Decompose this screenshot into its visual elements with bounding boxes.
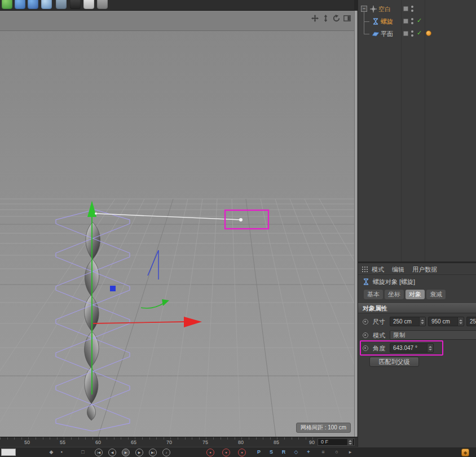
object-title: 螺旋对象 [螺旋] [373,278,415,286]
attribute-menu-bar: 模式 编辑 用户数据 [358,263,476,275]
x-axis-arrow[interactable] [184,317,202,327]
object-label[interactable]: 螺旋 [381,17,393,26]
ground-grid [0,199,354,437]
angle-field[interactable]: 643.047 ° [390,343,434,353]
undo-icon[interactable] [2,0,12,9]
mode-dropdown[interactable]: 限制 [390,330,476,340]
layout-icon[interactable]: ◆ [461,449,469,456]
keyframe-ring-icon[interactable] [363,319,368,325]
previous-frame-icon[interactable]: ◀ [108,449,116,456]
layer-chip-icon[interactable] [403,31,408,36]
object-label[interactable]: 空白 [378,5,391,14]
object-label[interactable]: 平面 [381,30,393,38]
timeline-value-field[interactable] [1,449,16,456]
grid-spacing-badge: 网格间距 : 100 cm [296,423,351,433]
viewport-scene[interactable] [0,11,354,437]
marker-icon[interactable]: ◆ [47,449,55,456]
timeline-ruler[interactable]: 50 55 60 65 70 75 80 85 90 0 F [0,437,358,447]
layer-chip-icon[interactable] [403,19,408,24]
fit-to-parent-button[interactable]: 匹配到父级 [369,357,419,367]
play-icon[interactable]: ▶ [122,449,130,456]
step-icon[interactable]: ▸ [346,449,354,456]
key-pla-icon[interactable]: + [305,449,312,456]
key-rotation-icon[interactable]: R [280,449,288,456]
object-row-null[interactable]: − 空白 [358,3,476,15]
menu-edit[interactable]: 编辑 [392,265,404,274]
live-selection-icon[interactable] [28,0,38,9]
ruler-tick-label: 75 [202,440,208,445]
key-parameter-icon[interactable]: ◇ [292,449,300,456]
tab-falloff[interactable]: 衰减 [426,290,446,299]
size-row: 尺寸 250 cm 950 cm 250 cm [358,317,476,328]
c4d-window: 网格间距 : 100 cm 50 55 60 65 70 75 80 85 90… [0,0,476,457]
y-axis-arrow[interactable] [87,201,96,217]
record-options-icon[interactable]: ● [238,449,246,456]
tab-coordinates[interactable]: 坐标 [385,290,404,299]
angle-row: 角度 643.047 ° [358,343,476,354]
animation-toolbar: ◆ ▪ □ |◀ ◀ ▶ ▶ ▶| ♪ ● ● ● P S R ◇ + ≡ ○ … [0,447,476,457]
eraser-tool-icon[interactable] [97,0,108,9]
ruler-tick-label: 90 [309,440,315,445]
axis-gizmo[interactable] [87,201,202,394]
visibility-dots-icon[interactable] [411,6,413,14]
layer-chip-icon[interactable] [403,6,408,11]
playback-menu-icon[interactable]: ≡ [319,449,327,456]
menu-userdata[interactable]: 用户数据 [412,265,437,274]
object-manager[interactable]: − 空白 螺旋 ✓ 平面 [358,0,476,261]
go-to-start-icon[interactable]: |◀ [95,449,103,456]
keyframe-ring-icon[interactable] [363,345,368,351]
autokey-icon[interactable]: ● [222,449,230,456]
size-y-field[interactable]: 950 cm [428,317,464,326]
key-position-icon[interactable]: P [255,449,263,456]
visibility-dots-icon[interactable] [411,18,413,26]
collapse-icon[interactable]: − [361,6,367,12]
object-row-plane[interactable]: 平面 ✓ [358,28,476,39]
rotation-band[interactable] [141,303,165,308]
enabled-check-icon[interactable]: ✓ [417,17,422,24]
redo-icon[interactable] [15,0,25,9]
x-axis-handle[interactable] [93,322,184,323]
record-keyframe-icon[interactable]: ● [206,449,214,456]
ruler-tick-label: 60 [95,440,101,445]
size-x-field[interactable]: 250 cm [390,317,426,326]
pen-tool-icon[interactable] [83,0,94,9]
size-z-field[interactable]: 250 cm [466,317,476,326]
ruler-tick-label: 55 [60,440,65,445]
spinner[interactable] [419,317,425,326]
key-scale-icon[interactable]: S [267,449,275,456]
main-toolbar [0,0,354,11]
ruler-tickmarks [0,437,316,440]
go-to-end-icon[interactable]: ▶| [149,449,157,456]
object-row-twist[interactable]: 螺旋 ✓ [358,16,476,27]
spinner[interactable] [427,344,433,352]
enabled-check-icon[interactable]: ✓ [417,29,422,37]
rotate-tool-icon[interactable] [70,0,81,9]
tab-basic[interactable]: 基本 [364,290,383,299]
tab-object[interactable]: 对象 [406,290,425,299]
null-object-icon [369,5,377,13]
ruler-tick-label: 85 [274,440,279,445]
loop-icon[interactable]: ○ [333,449,341,456]
menu-mode[interactable]: 模式 [372,265,384,274]
frame-spinner[interactable] [347,439,353,445]
section-header: 对象属性 [358,303,476,313]
bookmark-icon[interactable]: ▪ [58,449,65,456]
attribute-manager: 模式 编辑 用户数据 螺旋对象 [螺旋] 基本 坐标 对象 衰减 对象属性 尺 [358,263,476,447]
angle-handle-dot[interactable] [239,218,243,221]
play-sound-icon[interactable]: ♪ [162,449,170,456]
z-axis-handle[interactable] [110,286,116,291]
scale-tool-icon[interactable] [56,0,67,9]
next-frame-icon[interactable]: ▶ [135,449,143,456]
visibility-dots-icon[interactable] [411,30,413,38]
panel-menu-icon[interactable] [362,267,363,268]
attribute-tabs: 基本 坐标 对象 衰减 [364,290,446,299]
keyframe-ring-icon[interactable] [363,332,368,338]
move-tool-icon[interactable] [41,0,52,9]
current-frame-field[interactable]: 0 F [318,438,355,446]
tag-icon[interactable] [426,30,431,36]
spinner[interactable] [457,317,464,326]
viewport-panel[interactable]: 网格间距 : 100 cm [0,11,354,437]
timeline-mode-icon[interactable]: □ [79,449,87,456]
size-label: 尺寸 [373,318,385,326]
ruler-tick-label: 65 [131,440,136,445]
